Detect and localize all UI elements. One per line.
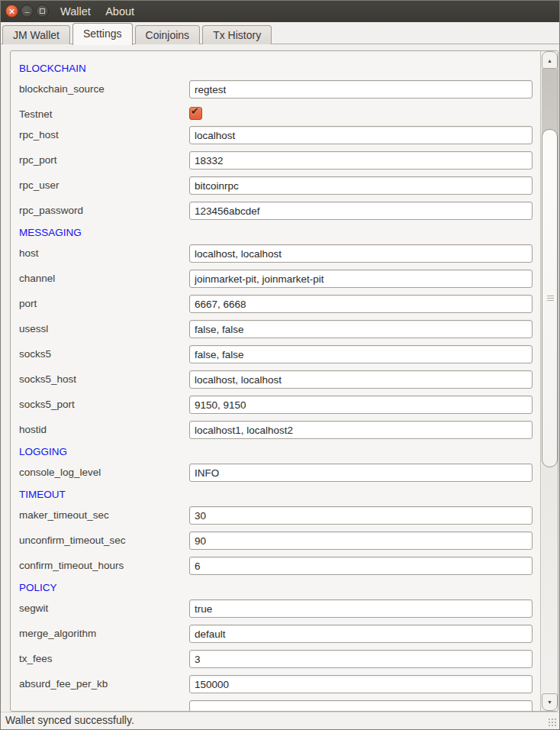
field-label-segwit: segwit	[19, 602, 48, 614]
input-blockchain-source[interactable]	[189, 80, 533, 99]
input-merge-algorithm[interactable]	[189, 625, 533, 643]
app-window: ✕ – Wallet About JM WalletSettingsCoinjo…	[0, 0, 560, 730]
section-header-blockchain: BLOCKCHAIN	[19, 63, 86, 74]
field-label-hostid: hostid	[19, 424, 47, 435]
field-label-tx-fees: tx_fees	[19, 653, 53, 664]
scroll-down-button[interactable]: ▼	[542, 693, 558, 711]
menubar: Wallet About	[60, 1, 146, 22]
settings-scroll-area: BLOCKCHAINblockchain_sourceTestnet✔rpc_h…	[10, 50, 558, 712]
input-port[interactable]	[189, 295, 533, 313]
input-rpc-password[interactable]	[189, 202, 533, 220]
field-label-port: port	[19, 298, 37, 309]
input-rpc-host[interactable]	[189, 126, 533, 144]
field-label-blockchain-source: blockchain_source	[19, 83, 105, 95]
input-channel[interactable]	[189, 270, 533, 288]
status-message: Wallet synced successfully.	[5, 714, 134, 726]
input-socks5[interactable]	[189, 345, 533, 363]
field-label-usessl: usessl	[19, 323, 48, 334]
section-header-timeout: TIMEOUT	[19, 489, 66, 500]
scrollbar-grip-icon	[547, 296, 554, 302]
field-label-rpc-port: rpc_port	[19, 154, 57, 166]
field-label-unconfirm-timeout-sec: unconfirm_timeout_sec	[19, 535, 126, 546]
section-header-messaging: MESSAGING	[19, 227, 82, 238]
settings-form: BLOCKCHAINblockchain_sourceTestnet✔rpc_h…	[11, 51, 540, 711]
field-label-socks5-port: socks5_port	[19, 399, 75, 410]
tab-pane-settings: BLOCKCHAINblockchain_sourceTestnet✔rpc_h…	[1, 44, 559, 712]
field-label-rpc-password: rpc_password	[19, 205, 83, 216]
menu-wallet[interactable]: Wallet	[60, 1, 91, 22]
field-label-rpc-user: rpc_user	[19, 179, 60, 191]
input-confirm-timeout-hours[interactable]	[189, 557, 533, 575]
field-label-rpc-host: rpc_host	[19, 129, 59, 141]
input-absurd-fee-per-kb[interactable]	[189, 675, 533, 693]
close-button[interactable]: ✕	[5, 5, 18, 18]
input-hostid[interactable]	[189, 421, 533, 439]
tab-jm-wallet[interactable]: JM Wallet	[2, 25, 70, 45]
maximize-icon	[40, 8, 45, 14]
status-bar: Wallet synced successfully.	[1, 712, 559, 729]
field-label-channel: channel	[19, 273, 55, 284]
input-socks5-host[interactable]	[189, 370, 533, 389]
input-rpc-user[interactable]	[189, 176, 533, 195]
maximize-button[interactable]	[36, 5, 49, 18]
field-label-absurd-fee-per-kb: absurd_fee_per_kb	[19, 678, 108, 690]
input-clipped-next-field[interactable]	[189, 700, 533, 712]
tab-bar: JM WalletSettingsCoinjoinsTx History	[1, 22, 559, 44]
field-label-socks5-host: socks5_host	[19, 373, 76, 385]
field-label-merge-algorithm: merge_algorithm	[19, 628, 96, 639]
input-tx-fees[interactable]	[189, 650, 533, 668]
input-unconfirm-timeout-sec[interactable]	[189, 531, 533, 550]
input-socks5-port[interactable]	[189, 396, 533, 414]
section-header-logging: LOGGING	[19, 446, 67, 457]
input-host[interactable]	[189, 244, 533, 263]
resize-grip[interactable]	[548, 718, 558, 728]
section-header-policy: POLICY	[19, 582, 57, 593]
tab-tx-history[interactable]: Tx History	[202, 25, 272, 45]
scrollbar-thumb[interactable]	[542, 129, 558, 467]
scroll-up-button[interactable]: ▲	[542, 51, 558, 69]
minimize-button[interactable]: –	[21, 5, 34, 18]
vertical-scrollbar: ▲ ▼	[540, 51, 558, 711]
tab-settings[interactable]: Settings	[72, 23, 133, 45]
checkbox-testnet[interactable]: ✔	[189, 107, 202, 120]
field-label-testnet: Testnet	[19, 108, 53, 120]
input-rpc-port[interactable]	[189, 151, 533, 170]
input-segwit[interactable]	[189, 599, 533, 618]
field-label-socks5: socks5	[19, 348, 51, 360]
input-console-log-level[interactable]	[189, 464, 533, 482]
tab-coinjoins[interactable]: Coinjoins	[135, 25, 201, 45]
field-label-maker-timeout-sec: maker_timeout_sec	[19, 509, 109, 521]
field-label-host: host	[19, 247, 39, 259]
menu-about[interactable]: About	[105, 1, 134, 22]
titlebar: ✕ – Wallet About	[1, 1, 559, 22]
input-usessl[interactable]	[189, 320, 533, 338]
input-maker-timeout-sec[interactable]	[189, 506, 533, 525]
check-mark-icon: ✔	[191, 105, 199, 117]
field-label-console-log-level: console_log_level	[19, 467, 101, 478]
field-label-confirm-timeout-hours: confirm_timeout_hours	[19, 560, 124, 571]
